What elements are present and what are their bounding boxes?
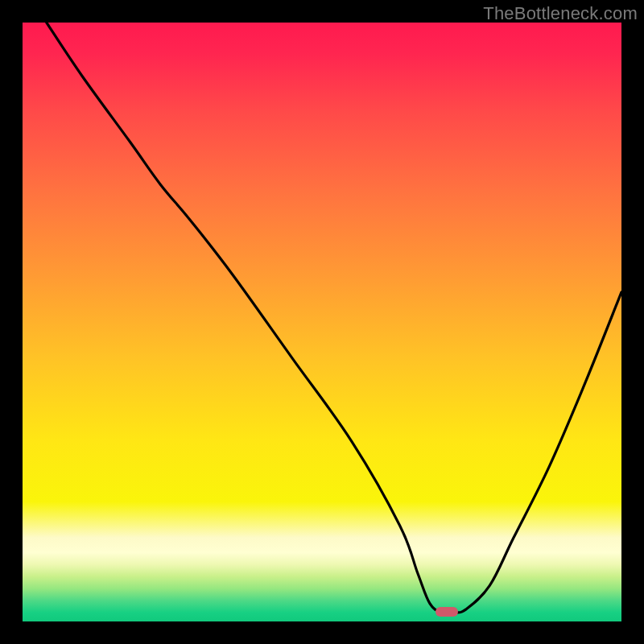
svg-rect-0	[23, 23, 621, 621]
background-gradient	[23, 23, 621, 621]
optimal-marker	[436, 607, 458, 617]
chart-frame: TheBottleneck.com	[0, 0, 644, 644]
plot-area	[23, 23, 621, 621]
watermark-label: TheBottleneck.com	[483, 3, 638, 24]
